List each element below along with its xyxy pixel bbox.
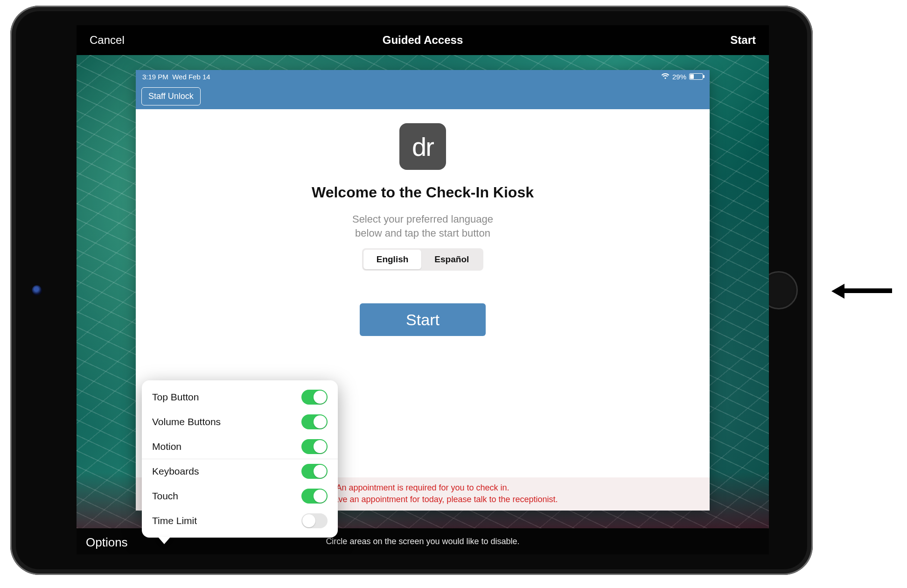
option-row-keyboards: Keyboards [142, 459, 338, 483]
wifi-icon [661, 73, 670, 81]
option-row-motion: Motion [142, 434, 338, 459]
option-label: Touch [152, 490, 178, 502]
status-time-date: 3:19 PM Wed Feb 14 [142, 73, 210, 81]
option-row-time-limit: Time Limit [142, 508, 338, 533]
option-label: Keyboards [152, 466, 199, 477]
battery-icon [689, 73, 703, 80]
option-row-touch: Touch [142, 483, 338, 508]
option-toggle-top-button[interactable] [301, 390, 328, 405]
ipad-frame: Cancel Guided Access Start 3:19 PM Wed F… [10, 6, 813, 575]
language-segment[interactable]: English Español [362, 248, 484, 271]
option-toggle-motion[interactable] [301, 439, 328, 454]
app-logo: dr [399, 123, 446, 170]
staff-unlock-button[interactable]: Staff Unlock [141, 87, 201, 105]
option-toggle-time-limit[interactable] [301, 513, 328, 528]
option-label: Volume Buttons [152, 416, 221, 427]
start-link[interactable]: Start [730, 34, 756, 47]
guided-access-topbar: Cancel Guided Access Start [77, 25, 769, 55]
front-camera [32, 285, 42, 295]
option-toggle-touch[interactable] [301, 489, 328, 504]
screen: Cancel Guided Access Start 3:19 PM Wed F… [77, 25, 769, 554]
option-label: Time Limit [152, 515, 197, 526]
language-spanish[interactable]: Español [421, 250, 482, 269]
option-toggle-volume-buttons[interactable] [301, 414, 328, 429]
app-header: Staff Unlock [136, 83, 710, 109]
option-toggle-keyboards[interactable] [301, 464, 328, 479]
status-date: Wed Feb 14 [172, 73, 210, 81]
options-popover: Top ButtonVolume ButtonsMotionKeyboardsT… [142, 380, 338, 538]
kiosk-start-button[interactable]: Start [360, 303, 486, 336]
option-label: Top Button [152, 392, 199, 403]
battery-percent: 29% [672, 73, 686, 81]
status-time: 3:19 PM [142, 73, 168, 81]
annotation-arrow-icon [831, 284, 892, 297]
language-english[interactable]: English [363, 250, 422, 269]
guided-access-title: Guided Access [77, 34, 769, 47]
welcome-title: Welcome to the Check-In Kiosk [312, 184, 534, 201]
option-label: Motion [152, 441, 181, 452]
app-status-bar: 3:19 PM Wed Feb 14 29% [136, 70, 710, 83]
option-row-volume-buttons: Volume Buttons [142, 409, 338, 434]
guided-access-instruction: Circle areas on the screen you would lik… [326, 537, 519, 546]
cancel-button[interactable]: Cancel [90, 34, 125, 47]
option-row-top-button: Top Button [142, 385, 338, 409]
welcome-subtitle: Select your preferred language below and… [352, 212, 493, 240]
status-right-cluster: 29% [661, 73, 703, 81]
options-button[interactable]: Options [86, 535, 128, 550]
welcome-sub-line2: below and tap the start button [355, 227, 490, 239]
welcome-sub-line1: Select your preferred language [352, 213, 493, 225]
